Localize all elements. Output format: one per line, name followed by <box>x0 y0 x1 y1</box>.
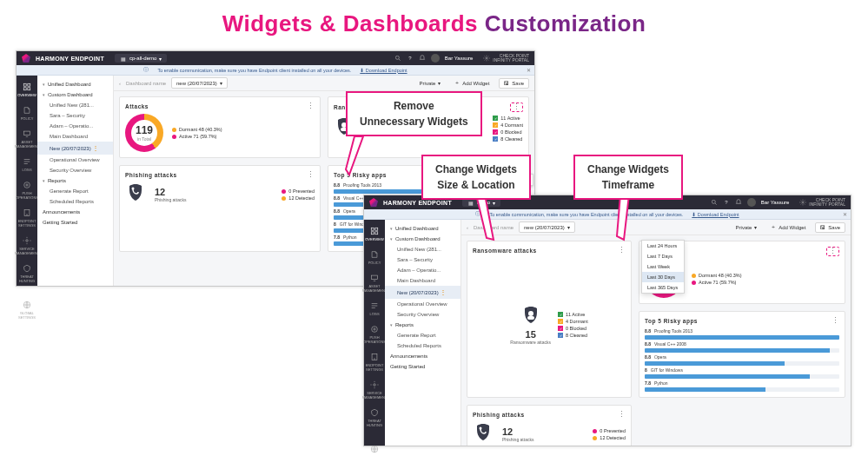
rail-service[interactable]: SERVICE MANAGEMENT <box>15 236 40 255</box>
legend-item: Dormant 48 (40.3%) <box>692 273 742 278</box>
download-link[interactable]: ⬇ Download Endpoint <box>692 212 739 217</box>
rail-threat[interactable]: THREAT HUNTING <box>364 408 385 427</box>
search-icon[interactable] <box>394 55 401 62</box>
widget-phishing[interactable]: Phishing attacks⋮ 12Phishing attacks 0 P… <box>119 165 321 252</box>
rail-push[interactable]: PUSH OPERATIONS <box>363 325 386 344</box>
rail-logs[interactable]: LOGS <box>22 157 31 172</box>
sidebar-item[interactable]: ▾ Custom Dashboard <box>385 234 461 244</box>
bell-icon[interactable] <box>735 199 742 206</box>
widget-menu-icon[interactable]: ⋮ <box>618 411 626 419</box>
rail-global[interactable]: GLOBAL SETTINGS <box>17 301 37 320</box>
widget-menu-icon[interactable]: ⋮ <box>510 102 523 112</box>
timeframe-option[interactable]: Last Week <box>642 261 684 272</box>
legend-item: 12 Detected <box>282 195 315 201</box>
timeframe-option[interactable]: Last 30 Days <box>642 272 684 282</box>
canvas-header: ‹ Dashboard name new (20/07/2023) ▾ Priv… <box>461 220 851 235</box>
bar-list: 8.8Proofing Tools 20138.8Visual C++ 2008… <box>645 328 839 392</box>
sidebar-item[interactable]: Sara – Security <box>385 254 461 265</box>
timeframe-dropdown[interactable]: Last 24 HoursLast 7 DaysLast WeekLast 30… <box>641 240 685 294</box>
rail-service[interactable]: SERVICE MANAGEMENT <box>362 380 388 400</box>
widget-menu-icon[interactable]: ⋮ <box>307 102 315 110</box>
widget-phishing[interactable]: Phishing attacks⋮ 12Phishing attacks 0 P… <box>467 405 632 446</box>
sidebar-item[interactable]: Security Overview <box>385 309 461 320</box>
legend-item: ✓8 Cleaned <box>493 136 523 142</box>
rail-asset[interactable]: ASSET MANAGEMENT <box>362 274 388 293</box>
sidebar-item[interactable]: Adam – Operatio... <box>385 265 461 275</box>
widget-menu-icon[interactable]: ⋮ <box>832 317 839 325</box>
sidebar-reports[interactable]: ▾ Reports <box>385 320 461 330</box>
legend-item: ✓11 Active <box>493 116 523 121</box>
widget-risky-apps[interactable]: Top 5 Risky apps⋮ 8.8Proofing Tools 2013… <box>639 311 845 398</box>
rail-overview[interactable]: OVERVIEW <box>365 227 384 241</box>
rail-endpoint[interactable]: ENDPOINT SETTINGS <box>17 208 37 228</box>
sidebar-item[interactable]: Announcements <box>37 207 113 217</box>
legend-item: 0 Prevented <box>593 428 626 433</box>
sidebar-item[interactable]: Unified New (281... <box>385 244 461 254</box>
widget-ransomware[interactable]: Ransomware attacks⋮ 15 Ransomware attack… <box>467 241 632 398</box>
callout-size: Change WidgetsSize & Location <box>421 155 531 200</box>
rail-overview[interactable]: OVERVIEW <box>17 83 36 97</box>
close-icon[interactable]: ✕ <box>527 68 531 73</box>
sidebar-item[interactable]: Generate Report <box>37 186 113 196</box>
sidebar-item[interactable]: Security Overview <box>37 165 113 175</box>
shield-hook-icon <box>473 422 494 446</box>
help-icon[interactable]: ? <box>723 199 730 206</box>
timeframe-option[interactable]: Last 24 Hours <box>642 241 684 251</box>
rail-policy[interactable]: POLICY <box>21 106 34 121</box>
sidebar-item[interactable]: Getting Started <box>385 361 461 372</box>
rail-push[interactable]: PUSH OPERATIONS <box>16 181 38 200</box>
legend: 0 Prevented12 Detected <box>593 428 626 440</box>
dashboard-name-select[interactable]: new (20/07/2023) ▾ <box>171 77 228 89</box>
avatar[interactable] <box>431 54 440 63</box>
canvas-header: ‹ Dashboard name new (20/07/2023) ▾ Priv… <box>114 76 534 91</box>
widget-menu-icon[interactable]: ⋮ <box>826 247 839 256</box>
sidebar-item[interactable]: Scheduled Reports <box>37 196 113 207</box>
widget-attacks[interactable]: Attacks⋮ 119in Total Dormant 48 (40.3%)A… <box>119 96 321 158</box>
close-icon[interactable]: ✕ <box>843 212 847 217</box>
rail-threat[interactable]: THREAT HUNTING <box>17 264 37 283</box>
sidebar-item[interactable]: Main Dashboard <box>385 275 461 286</box>
help-icon[interactable]: ? <box>407 55 414 62</box>
rail-logs[interactable]: LOGS <box>369 301 379 316</box>
sidebar-item[interactable]: Adam – Operatio... <box>37 121 113 131</box>
private-toggle[interactable]: Private ▾ <box>415 78 446 88</box>
download-link[interactable]: ⬇ Download Endpoint <box>360 68 407 73</box>
timeframe-option[interactable]: Last 365 Days <box>642 282 684 293</box>
sidebar-item[interactable]: Main Dashboard <box>37 131 113 142</box>
sidebar-item[interactable]: Sara – Security <box>37 110 113 121</box>
add-widget-button[interactable]: ＋ Add Widget <box>450 77 494 89</box>
sidebar-item[interactable]: Operational Overview <box>37 155 113 165</box>
rail-endpoint[interactable]: ENDPOINT SETTINGS <box>364 353 385 372</box>
back-icon[interactable]: ‹ <box>119 81 121 86</box>
sidebar-item[interactable]: Getting Started <box>37 217 113 228</box>
sidebar-item[interactable]: ▾ Unified Dashboard <box>385 223 461 234</box>
sidebar-item[interactable]: Operational Overview <box>385 299 461 309</box>
sidebar-item[interactable]: Announcements <box>385 351 461 361</box>
sidebar-item[interactable]: Scheduled Reports <box>385 340 461 351</box>
tab-demo[interactable]: ▦ cp-all-demo ▾ <box>115 54 167 63</box>
bell-icon[interactable] <box>419 55 426 62</box>
brand-link[interactable]: CHECK POINTINFINITY PORTAL <box>799 198 845 207</box>
timeframe-option[interactable]: Last 7 Days <box>642 251 684 261</box>
avatar[interactable] <box>747 198 756 207</box>
sidebar-item[interactable]: New (20/07/2023) ⋮ <box>385 286 461 299</box>
sidebar-item[interactable]: ▾ Unified Dashboard <box>37 79 113 89</box>
add-widget-button[interactable]: ＋ Add Widget <box>766 221 810 233</box>
widget-menu-icon[interactable]: ⋮ <box>307 171 315 179</box>
sidebar-item[interactable]: Unified New (281... <box>37 100 113 110</box>
search-icon[interactable] <box>711 199 718 206</box>
private-toggle[interactable]: Private ▾ <box>732 222 762 232</box>
sidebar-item[interactable]: ▾ Custom Dashboard <box>37 89 113 100</box>
banner-text: To enable communication, make sure you h… <box>157 68 351 73</box>
sidebar-reports[interactable]: ▾ Reports <box>37 175 113 186</box>
rail-policy[interactable]: POLICY <box>368 250 381 265</box>
widget-title: Phishing attacks <box>125 172 177 178</box>
save-button[interactable]: 🖫 Save <box>815 222 845 233</box>
rail-asset[interactable]: ASSET MANAGEMENT <box>15 129 40 149</box>
sidebar-item[interactable]: Generate Report <box>385 330 461 340</box>
rail-global[interactable]: GLOBAL SETTINGS <box>364 445 385 456</box>
sidebar-item[interactable]: New (20/07/2023) ⋮ <box>37 142 113 155</box>
brand-link[interactable]: CHECK POINTINFINITY PORTAL <box>483 54 529 63</box>
dashboard-name-select[interactable]: new (20/07/2023) ▾ <box>519 221 575 233</box>
save-button[interactable]: 🖫 Save <box>499 78 529 89</box>
